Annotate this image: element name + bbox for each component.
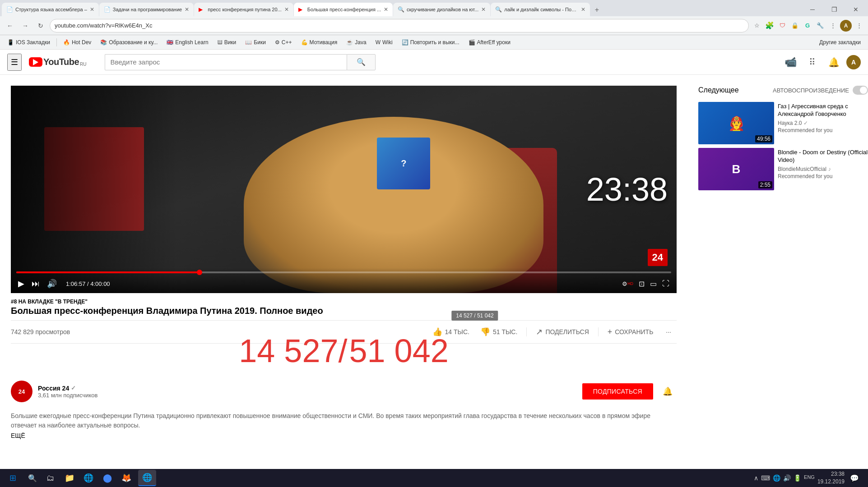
bookmark-motivation[interactable]: 💪 Мотивация (297, 38, 341, 47)
video-info: #8 НА ВКЛАДКЕ "В ТРЕНДЕ" Большая пресс-к… (11, 293, 677, 443)
search-button[interactable]: 🔍 (347, 54, 376, 70)
bookmark-english[interactable]: 🇬🇧 English Learn (163, 38, 212, 47)
settings-button[interactable]: ⚙HD (620, 279, 635, 289)
video-player[interactable]: ? 23:38 24 (11, 86, 677, 293)
fullscreen-button[interactable]: ⛶ (660, 278, 671, 289)
bookmark-education[interactable]: 📚 Образование и ку... (97, 38, 161, 47)
bookmark-cpp[interactable]: ⚙ C++ (271, 38, 296, 47)
miniplayer-button[interactable]: ⊡ (637, 278, 646, 290)
bookmark-motivation-icon: 💪 (301, 39, 308, 46)
play-button[interactable]: ▶ (16, 277, 26, 290)
grammarly-icon[interactable]: G (802, 20, 813, 31)
bookmark-wiki-ru[interactable]: Ш Вики (214, 38, 240, 47)
restore-button[interactable]: ❐ (824, 3, 845, 16)
tab-close-2[interactable]: ✕ (185, 6, 189, 13)
progress-bar[interactable] (16, 271, 671, 273)
browser-menu-icon[interactable]: ⋮ (854, 20, 864, 31)
trending-badge: #8 НА ВКЛАДКЕ "В ТРЕНДЕ" (11, 299, 677, 305)
new-tab-button[interactable]: + (590, 4, 603, 16)
taskbar-files-icon[interactable]: 🗂 (42, 470, 60, 486)
next-thumb-1: 👨‍🚒 49:56 (698, 102, 774, 144)
show-more-button[interactable]: ЕЩЁ (11, 432, 25, 439)
tab-close-6[interactable]: ✕ (581, 6, 585, 13)
forward-button[interactable]: → (19, 19, 32, 32)
taskbar-app1-icon[interactable]: 🦊 (117, 470, 135, 486)
next-videos-header: Следующее АВТОВОСПРОИЗВЕДЕНИЕ (698, 86, 868, 95)
tray-up-icon[interactable]: ∧ (753, 473, 759, 482)
video-title: Большая пресс-конференция Владимира Пути… (11, 305, 677, 317)
back-button[interactable]: ← (4, 19, 16, 32)
menu-button[interactable]: ☰ (7, 54, 22, 71)
start-button[interactable]: ⊞ (2, 470, 23, 486)
bookmark-biki[interactable]: 📖 Бики (241, 38, 269, 47)
minimize-button[interactable]: ─ (802, 3, 823, 16)
taskbar-chrome-active[interactable]: 🌐 (138, 470, 156, 486)
next-button[interactable]: ⏭ (30, 277, 42, 290)
create-video-button[interactable]: 📹 (781, 53, 799, 71)
youtube-logo[interactable]: YouTube RU (29, 57, 87, 67)
tab-close-5[interactable]: ✕ (481, 6, 486, 13)
bookmark-biki-icon: 📖 (245, 39, 252, 46)
taskbar-search-button[interactable]: 🔍 (24, 470, 41, 486)
bookmarks-other-button[interactable]: Другие закладки (816, 38, 864, 47)
more-extensions-icon[interactable]: ⋮ (827, 20, 838, 31)
bookmark-star-icon[interactable]: ☆ (752, 20, 762, 31)
adblock-icon[interactable]: 🛡 (777, 20, 788, 31)
controls-row: ▶ ⏭ 🔊 1:06:57 / 4:00:00 ⚙HD ⊡ ▭ ⛶ (16, 277, 671, 290)
tab-close-1[interactable]: ✕ (90, 6, 94, 13)
next-video-card-1[interactable]: 👨‍🚒 49:56 Газ | Агрессивная среда с Алек… (698, 102, 868, 144)
tab-favicon-2: 📄 (104, 6, 110, 13)
next-music-icon: ♪ (828, 166, 831, 172)
video-description: Большие ежегодные пресс-конференции Пути… (11, 408, 677, 443)
autoplay-toggle[interactable] (853, 86, 868, 95)
search-input[interactable] (105, 54, 347, 70)
browser-tab-6[interactable]: 🔍 лайк и дизлайк символы - Пои... ✕ (491, 3, 590, 16)
tray-network-icon[interactable]: 🌐 (772, 473, 781, 482)
bookmark-java[interactable]: ☕ Java (343, 38, 370, 47)
progress-dot (197, 270, 202, 275)
close-window-button[interactable]: ✕ (845, 3, 866, 16)
browser-profile-avatar[interactable]: А (840, 20, 852, 32)
controls-right: ⚙HD ⊡ ▭ ⛶ (620, 278, 671, 290)
more-actions-button[interactable]: ··· (660, 326, 677, 338)
extensions-icon[interactable]: 🧩 (764, 20, 775, 31)
theater-button[interactable]: ▭ (648, 278, 659, 290)
notification-center-button[interactable]: 💬 (846, 470, 863, 486)
notifications-button[interactable]: 🔔 (825, 53, 843, 71)
tab-favicon-1: 📄 (6, 6, 13, 13)
dislike-button[interactable]: 👎 51 ТЫС. (475, 324, 523, 340)
share-button[interactable]: ↗ ПОДЕЛИТЬСЯ (530, 324, 594, 340)
address-text: youtube.com/watch?v=RlKw6E4n_Xc (55, 22, 152, 29)
bookmark-hotdev[interactable]: 🔥 Hot Dev (60, 38, 95, 47)
bookmark-repeat[interactable]: 🔄 Повторить и выки... (398, 38, 463, 47)
tray-volume-icon[interactable]: 🔊 (782, 473, 792, 482)
browser-tab-4[interactable]: ▶ Большая пресс-конференция ... ✕ (294, 3, 393, 16)
browser-tab-1[interactable]: 📄 Структура языка ассемблера – ✕ (2, 3, 99, 16)
next-video-card-2[interactable]: B 2:55 Blondie - Doom or Destiny (Offici… (698, 148, 868, 190)
address-bar[interactable]: youtube.com/watch?v=RlKw6E4n_Xc (50, 19, 749, 32)
apps-button[interactable]: ⠿ (803, 53, 821, 71)
bookmark-repeat-label: Повторить и выки... (410, 39, 460, 46)
taskbar-clock[interactable]: 23:38 19.12.2019 (817, 470, 845, 486)
browser-tab-5[interactable]: 🔍 скручивание дизлайков на ют... ✕ (393, 3, 490, 16)
taskbar-browser-icon[interactable]: 🌐 (79, 470, 97, 486)
tray-lang-icon[interactable]: ENG (803, 473, 816, 482)
tab-close-3[interactable]: ✕ (284, 6, 289, 13)
taskbar-chrome-icon[interactable]: ⬤ (98, 470, 116, 486)
bookmark-wiki-en[interactable]: W Wiki (372, 38, 396, 47)
big-dislikes-number: 51 042 (349, 335, 449, 367)
bookmark-ios[interactable]: 📱 IOS Закладки (4, 38, 54, 47)
kaspersky-icon[interactable]: 🔒 (789, 20, 800, 31)
browser-tab-2[interactable]: 📄 Задачи на программирование ✕ (99, 3, 194, 16)
reload-button[interactable]: ↻ (34, 19, 47, 32)
taskbar-folder-icon[interactable]: 📁 (60, 470, 79, 486)
tab-close-4[interactable]: ✕ (384, 6, 388, 13)
tray-kb-icon[interactable]: ⌨ (760, 473, 771, 482)
save-button[interactable]: + СОХРАНИТЬ (602, 325, 659, 340)
browser-tab-3[interactable]: ▶ пресс конференция путина 20... ✕ (194, 3, 293, 16)
ext3-icon[interactable]: 🔧 (815, 20, 826, 31)
volume-button[interactable]: 🔊 (45, 277, 59, 290)
user-avatar[interactable]: А (846, 55, 861, 69)
bookmark-aftereff[interactable]: 🎬 AfterEff уроки (465, 38, 514, 47)
tray-battery-icon[interactable]: 🔋 (793, 473, 802, 482)
